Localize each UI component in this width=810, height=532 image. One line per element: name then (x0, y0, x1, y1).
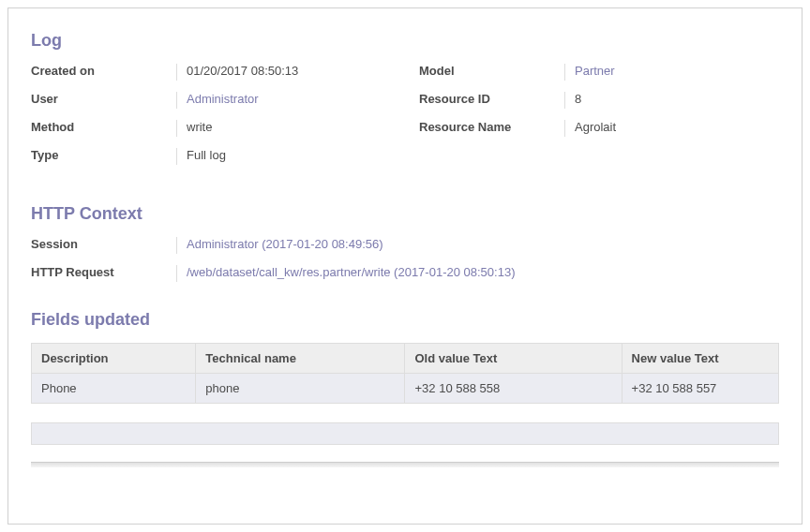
method-label: Method (31, 120, 176, 134)
session-link[interactable]: Administrator (2017-01-20 08:49:56) (176, 237, 779, 254)
log-title: Log (31, 31, 779, 51)
type-label: Type (31, 148, 176, 162)
model-label: Model (419, 64, 564, 78)
log-section: Log Created on 01/20/2017 08:50:13 User … (31, 31, 779, 176)
form-sheet: Log Created on 01/20/2017 08:50:13 User … (8, 7, 802, 525)
cell-technical: phone (196, 374, 405, 404)
field-model: Model Partner (419, 64, 779, 81)
field-resource-name: Resource Name Agrolait (419, 120, 779, 137)
user-link[interactable]: Administrator (176, 92, 391, 109)
field-http-request: HTTP Request /web/dataset/call_kw/res.pa… (31, 265, 779, 282)
http-request-label: HTTP Request (31, 265, 176, 279)
col-new: New value Text (622, 344, 778, 374)
fields-updated-title: Fields updated (31, 310, 779, 330)
field-resource-id: Resource ID 8 (419, 92, 779, 109)
empty-list-bar (31, 422, 779, 445)
created-on-value: 01/20/2017 08:50:13 (176, 64, 391, 81)
created-on-label: Created on (31, 64, 176, 78)
field-user: User Administrator (31, 92, 391, 109)
fields-updated-section: Fields updated Description Technical nam… (31, 310, 779, 467)
col-description: Description (32, 344, 196, 374)
resource-id-label: Resource ID (419, 92, 564, 106)
col-technical: Technical name (196, 344, 405, 374)
resource-name-value: Agrolait (564, 120, 779, 137)
col-old: Old value Text (405, 344, 622, 374)
method-value: write (176, 120, 391, 137)
table-row[interactable]: Phonephone+32 10 588 558+32 10 588 557 (32, 374, 779, 404)
session-label: Session (31, 237, 176, 251)
http-section: HTTP Context Session Administrator (2017… (31, 204, 779, 282)
bottom-divider (31, 462, 779, 467)
type-value: Full log (176, 148, 391, 165)
http-request-link[interactable]: /web/dataset/call_kw/res.partner/write (… (176, 265, 779, 282)
field-session: Session Administrator (2017-01-20 08:49:… (31, 237, 779, 254)
cell-old: +32 10 588 558 (405, 374, 622, 404)
resource-name-label: Resource Name (419, 120, 564, 134)
field-method: Method write (31, 120, 391, 137)
field-created-on: Created on 01/20/2017 08:50:13 (31, 64, 391, 81)
http-title: HTTP Context (31, 204, 779, 224)
field-type: Type Full log (31, 148, 391, 165)
cell-description: Phone (32, 374, 196, 404)
resource-id-value: 8 (564, 92, 779, 109)
fields-updated-table: Description Technical name Old value Tex… (31, 343, 779, 404)
user-label: User (31, 92, 176, 106)
cell-new: +32 10 588 557 (622, 374, 778, 404)
model-link[interactable]: Partner (564, 64, 779, 81)
